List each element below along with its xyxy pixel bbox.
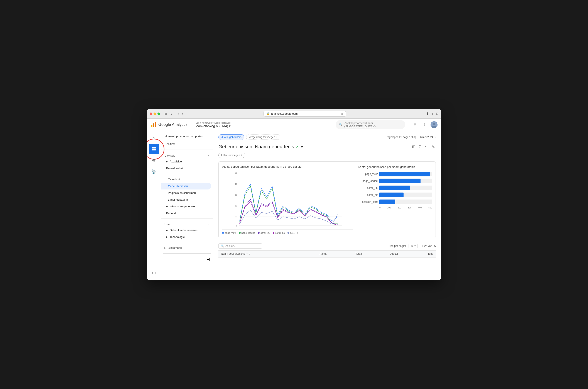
new-tab-icon[interactable]: + — [431, 112, 433, 116]
nav-label: Betrokkenheid — [166, 166, 184, 170]
property-selector[interactable]: leonkorteweg.nl (GA4) ▾ — [196, 124, 231, 128]
page-title-actions: ⊞ ⤴ 〰 ✎ — [411, 143, 436, 150]
axis-500: 500 — [428, 206, 432, 209]
nav-item-paginas[interactable]: Pagina's en schermen — [161, 190, 213, 196]
avatar-image — [431, 121, 438, 128]
nav-item-bibliotheek[interactable]: □ Bibliotheek — [161, 244, 213, 252]
filter-add-button[interactable]: Filter toevoegen + — [219, 153, 245, 158]
bar-chart-section: Aantal gebeurtenissen per Naam gebeurten… — [358, 165, 432, 234]
chevron-down-icon: ▾ — [415, 244, 416, 248]
back-button[interactable]: ‹ — [177, 112, 179, 116]
chevron-down-icon[interactable]: ∨ — [169, 112, 173, 116]
share-icon[interactable]: ⬆ — [426, 112, 429, 116]
bar-fill — [379, 186, 410, 190]
sidebar-icon[interactable]: ⊞ — [164, 112, 168, 116]
th-event-name[interactable]: Naam gebeurtenenis + ↓ — [221, 252, 292, 255]
rail-item-advertising[interactable]: 📡 — [149, 166, 159, 177]
customize-icon[interactable]: ⊞ — [411, 143, 416, 150]
compare-chip[interactable]: Vergelijking toevoegen + — [246, 134, 280, 140]
share-icon[interactable]: ⤴ — [418, 143, 422, 150]
maximize-button[interactable] — [157, 113, 160, 115]
legend-more-icon[interactable]: › — [297, 231, 298, 234]
legend-label-scroll-25: scroll_25 — [260, 231, 270, 234]
th-aantal[interactable]: Aantal — [292, 252, 327, 255]
title-bar: ⊞ ∨ ‹ › 🔒 analytics.google.com ↺ ⬆ + ⧉ — [147, 109, 441, 119]
nav-item-behoud[interactable]: Behoud — [161, 210, 213, 217]
chart-icon[interactable]: 〰 — [423, 143, 429, 150]
copy-icon[interactable]: ⧉ — [436, 112, 438, 116]
nav-label: Landingspagina — [168, 198, 188, 201]
date-value: 9 apr – 6 mei 2024 — [411, 136, 433, 139]
chevron-right-icon: ▶ — [166, 236, 168, 238]
legend-label-scroll-50: scroll_50 — [275, 231, 285, 234]
table-search[interactable]: 🔍 Zoeken... — [219, 243, 262, 249]
reload-icon[interactable]: ↺ — [341, 112, 343, 116]
nav-label: Technologie — [170, 235, 185, 239]
add-col-icon[interactable]: + — [246, 252, 248, 255]
nav-divider-1 — [161, 150, 213, 150]
pagination: 1-26 van 26 — [422, 244, 436, 248]
legend-dot-session-start — [287, 232, 289, 234]
th-totaal[interactable]: Totaal — [327, 252, 362, 255]
bar-row-scroll-50: scroll_50 — [358, 193, 432, 197]
svg-rect-7 — [154, 147, 156, 149]
rail-item-home[interactable]: ⌂ — [149, 132, 159, 143]
forward-button[interactable]: › — [181, 112, 184, 116]
bar-fill — [379, 199, 395, 204]
table-controls: 🔍 Zoeken... Rijen per pagina: 50 ▾ 1-26 … — [219, 242, 436, 251]
edit-icon[interactable]: ✎ — [431, 143, 436, 150]
add-compare-icon: + — [276, 136, 278, 139]
nav-item-landingspagina[interactable]: Landingspagina — [161, 196, 213, 203]
sidebar-toggle[interactable]: ⊞ ∨ — [164, 112, 173, 116]
minimize-button[interactable] — [154, 113, 156, 115]
nav-item-acquisitie[interactable]: ▶ Acquisitie — [161, 158, 213, 165]
date-range[interactable]: Afgelopen 28 dagen 9 apr – 6 mei 2024 ▾ — [387, 136, 436, 139]
nav-item-betrokkenheid[interactable]: Betrokkenheid — [161, 165, 213, 172]
nav-item-momentopname[interactable]: Momentopname van rapporten — [161, 132, 213, 140]
legend-scroll-25: scroll_25 — [258, 231, 270, 234]
nav-item-inkomsten[interactable]: ▶ Inkomsten genereren — [161, 203, 213, 210]
legend-scroll-50: scroll_50 — [273, 231, 285, 234]
th-total2[interactable]: Total — [398, 252, 433, 255]
date-prefix: Afgelopen 28 dagen — [387, 136, 410, 139]
axis-400: 400 — [418, 206, 422, 209]
ga-logo — [150, 122, 157, 128]
sidebar-collapse-btn[interactable]: ◀ — [161, 255, 213, 263]
help-icon[interactable]: ? — [421, 121, 428, 128]
title-dropdown-icon[interactable]: ▾ — [301, 144, 303, 150]
bar-track — [379, 172, 432, 176]
close-button[interactable] — [150, 113, 152, 115]
nav-item-gebeurtenissen[interactable]: Gebeurtenissen — [161, 183, 211, 190]
search-placeholder: Zoeken... — [225, 244, 236, 248]
nav-item-realtime[interactable]: Realtime — [161, 140, 213, 148]
nav-item-technologie[interactable]: ▶ Technologie — [161, 233, 213, 240]
sort-icon[interactable]: ↓ — [249, 252, 250, 255]
avatar[interactable] — [431, 121, 438, 128]
search-icon: 🔍 — [221, 244, 224, 248]
bar-label: session_start — [358, 200, 378, 203]
segment-chip[interactable]: A Alle gebruikers — [219, 134, 244, 140]
filter-add-icon: + — [241, 154, 242, 157]
rail-item-explore[interactable]: ⊕ — [149, 155, 159, 166]
nav-item-gebruikerskenmerken[interactable]: ▶ Gebruikerskenmerken — [161, 227, 213, 233]
chevron-right-icon: ▶ — [166, 205, 168, 208]
legend-label-page-view: page_view — [225, 231, 236, 234]
legend-row: page_view page_loaded scroll_25 — [222, 229, 353, 234]
collapse-icon[interactable]: ∧ — [208, 223, 209, 226]
nav-item-overzicht[interactable]: Overzicht — [161, 176, 213, 183]
nav-label: Momentopname van rapporten — [165, 135, 203, 138]
app-header: Google Analytics Leon Korteweg > Leon Ko… — [147, 119, 441, 131]
rows-per-page-selector[interactable]: 50 ▾ — [409, 244, 418, 248]
rail-item-reports[interactable] — [149, 144, 159, 154]
page-title-row: Gebeurtenissen: Naam gebeurtenis ✓ ▾ ⊞ ⤴… — [219, 143, 436, 150]
url-input[interactable]: 🔒 analytics.google.com ↺ — [263, 111, 346, 117]
collapse-icon[interactable]: ∧ — [208, 154, 209, 157]
icon-rail: ⌂ ⊕ — [147, 131, 161, 280]
bar-fill — [379, 179, 420, 183]
rail-item-settings[interactable]: ⚙ — [149, 268, 159, 278]
search-icon: ⊕ — [152, 158, 156, 163]
header-search[interactable]: 🔍 Zoek bijvoorbeeld naar {SUGGESTED_QUER… — [336, 120, 405, 129]
th-aantal2[interactable]: Aantal — [362, 252, 398, 255]
apps-icon[interactable]: ⊞ — [411, 121, 418, 128]
brand-name: Google Analytics — [158, 122, 188, 127]
